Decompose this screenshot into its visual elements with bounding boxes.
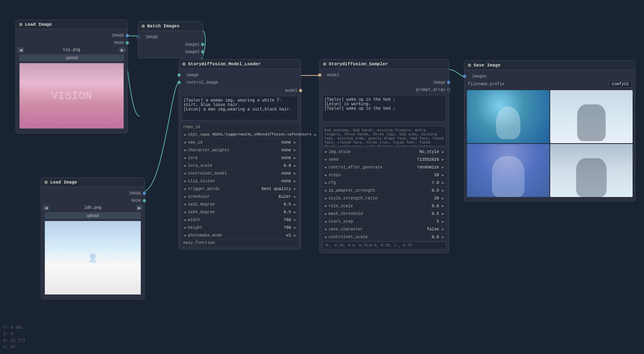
field-arrow-right-width[interactable]: ▶ [293, 218, 297, 222]
field-arrow-style-strength[interactable]: ◀ [323, 196, 328, 201]
field-arrow-start-step[interactable]: ◀ [323, 219, 328, 224]
field-arrow-right-seed[interactable]: ▶ [441, 157, 445, 162]
field-arrow-clip[interactable]: ◀ [182, 179, 187, 184]
field-arrow-char[interactable]: ◀ [182, 148, 187, 153]
image-prev-btn-2[interactable]: ◀ [43, 205, 49, 210]
field-arrow-right-clip[interactable]: ▶ [293, 179, 297, 184]
field-label-save-char: save_character [328, 227, 425, 232]
field-arrow-right-img-style[interactable]: ▶ [441, 150, 445, 154]
port-mask-out: MASK [16, 39, 127, 46]
field-arrow-control-after[interactable]: ◀ [323, 165, 328, 170]
field-arrow-right-controlnet-scale[interactable]: ▶ [441, 235, 445, 239]
field-arrow-right-controlnet[interactable]: ▶ [293, 171, 297, 176]
field-arrow-right-lora[interactable]: ▶ [293, 156, 297, 160]
image-prev-btn[interactable]: ◀ [18, 47, 24, 53]
field-arrow-right-style-strength[interactable]: ▶ [441, 196, 445, 201]
port-image2-main-connector[interactable] [143, 192, 146, 195]
storydiffusion-sampler-node: Storydiffusion_Sampler model image promp… [319, 59, 449, 253]
field-arrow-right-sa32[interactable]: ▶ [293, 202, 297, 207]
field-arrow-right-height[interactable]: ▶ [293, 226, 297, 230]
field-arrow-sa32[interactable]: ◀ [182, 202, 187, 207]
field-arrow-width[interactable]: ◀ [182, 218, 187, 222]
image-next-btn-2[interactable]: ▶ [136, 205, 143, 210]
port-loader-control-connector[interactable] [177, 81, 181, 84]
field-arrow-ip-adapter[interactable]: ◀ [323, 188, 328, 193]
upload-btn-1[interactable]: upload [19, 54, 124, 61]
field-arrow-right-save-char[interactable]: ▶ [441, 227, 445, 232]
field-arrow-vae[interactable]: ◀ [182, 140, 187, 145]
field-value-style-strength: 20 [433, 196, 441, 201]
field-label-controlnet: controlnet_model [187, 171, 279, 176]
upload-btn-2[interactable]: upload [44, 212, 141, 219]
port-image2-out-main: IMAGE [41, 190, 144, 197]
field-arrow-right-sa64[interactable]: ▶ [293, 210, 297, 215]
port-mask2-connector[interactable] [143, 199, 146, 202]
save-image-title: Save Image [474, 63, 500, 68]
port-sampler-image-label: image [430, 80, 449, 85]
field-arrow-lora-scale[interactable]: ◀ [182, 164, 187, 168]
load-image-1-header: Load Image [16, 20, 127, 29]
port-save-images-connector[interactable] [463, 75, 466, 78]
field-arrow-photomake[interactable]: ◀ [182, 233, 187, 238]
field-arrow-seed[interactable]: ◀ [323, 157, 328, 162]
port-loader-image-connector[interactable] [177, 73, 181, 77]
field-photomake: ◀ photomake_mode v2 ▶ [181, 232, 298, 239]
field-value-scheduler: Euler [277, 195, 293, 199]
port-mask-connector[interactable] [126, 41, 129, 44]
field-arrow-right-ckpt[interactable]: ▶ [313, 133, 317, 137]
field-value-save-char: false [425, 227, 441, 232]
field-arrow-right-photomake[interactable]: ▶ [293, 233, 297, 238]
port-sampler-model-in: model [320, 71, 449, 79]
port-sampler-model-connector[interactable] [318, 73, 321, 77]
field-arrow-steps[interactable]: ◀ [323, 173, 328, 177]
field-arrow-right-ip-adapter[interactable]: ▶ [441, 188, 445, 193]
field-label-ckpt: ckpt_name [187, 133, 210, 137]
filename-row: filename_prefix ComfyUI [465, 80, 635, 88]
field-trigger: ◀ trigger_words best quality ▶ [181, 185, 298, 192]
field-arrow-right-control-after[interactable]: ▶ [441, 165, 445, 170]
field-label-width: width [187, 218, 282, 222]
port-sampler-prompt-connector[interactable] [447, 88, 450, 91]
field-arrow-save-char[interactable]: ◀ [323, 227, 328, 232]
port-image2-connector[interactable] [201, 50, 204, 53]
field-arrow-right-char[interactable]: ▶ [293, 148, 297, 153]
field-arrow-role-scale[interactable]: ◀ [323, 204, 328, 208]
loader-prompt-text[interactable]: [Taylor] a woman img, wearing a white T-… [181, 96, 298, 120]
field-arrow-mask-threshold[interactable]: ◀ [323, 212, 328, 216]
image-next-btn[interactable]: ▶ [119, 47, 126, 53]
field-arrow-right-mask-threshold[interactable]: ▶ [441, 212, 445, 216]
field-arrow-lora[interactable]: ◀ [182, 156, 187, 160]
port-image2-label: image2 [181, 50, 203, 54]
field-arrow-sa64[interactable]: ◀ [182, 210, 187, 215]
field-arrow-right-scheduler[interactable]: ▶ [293, 195, 297, 199]
port-image1-connector[interactable] [201, 43, 204, 46]
field-arrow-right-lora-scale[interactable]: ▶ [293, 164, 297, 168]
field-label-mask-threshold: mask_threshold [328, 212, 430, 216]
field-arrow-trigger[interactable]: ◀ [182, 187, 187, 191]
field-ckpt-name: ◀ ckpt_name 0SDXL/juggernautXL_v8Rundiff… [181, 131, 298, 138]
field-steps: ◀ steps 20 ▶ [322, 171, 446, 179]
image-control-1: ◀ tsy.png ▶ [16, 46, 127, 53]
field-arrow-cfg[interactable]: ◀ [323, 181, 328, 185]
port-batch-in-connector[interactable] [137, 35, 140, 39]
field-arrow-controlnet-scale[interactable]: ◀ [323, 235, 328, 239]
status-i: I: 0 [3, 331, 25, 338]
field-arrow-ckpt[interactable]: ◀ [182, 133, 187, 137]
port-image-connector[interactable] [126, 34, 129, 37]
port-loader-control-in: control_image [179, 79, 301, 86]
field-arrow-right-cfg[interactable]: ▶ [441, 181, 445, 185]
field-arrow-img-style[interactable]: ◀ [323, 150, 328, 154]
sampler-prompt-text[interactable]: [Taylor] wake up in the bed ; [Lecun] is… [322, 95, 446, 122]
field-arrow-right-trigger[interactable]: ▶ [293, 187, 297, 191]
field-arrow-controlnet[interactable]: ◀ [182, 171, 187, 176]
field-arrow-scheduler[interactable]: ◀ [182, 195, 187, 199]
field-arrow-height[interactable]: ◀ [182, 226, 187, 230]
field-arrow-right-vae[interactable]: ▶ [293, 140, 297, 145]
field-arrow-right-start-step[interactable]: ▶ [441, 219, 445, 224]
field-height: ◀ height 768 ▶ [181, 224, 298, 231]
port-sampler-image-connector[interactable] [447, 81, 450, 84]
field-arrow-right-role-scale[interactable]: ▶ [441, 204, 445, 208]
field-arrow-right-steps[interactable]: ▶ [441, 173, 445, 177]
port-loader-model-connector[interactable] [299, 89, 302, 92]
field-value-controlnet: none [280, 171, 293, 176]
